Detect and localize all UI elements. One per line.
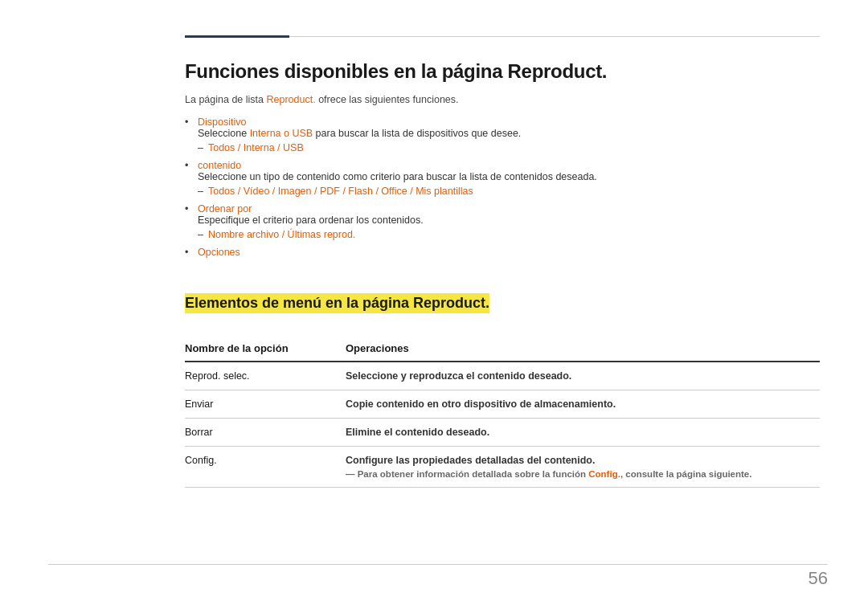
table-header-row: Nombre de la opción Operaciones xyxy=(185,342,820,362)
row-name-enviar: Enviar xyxy=(185,398,346,410)
dispositivo-sub: Todos / Interna / USB xyxy=(198,142,820,153)
section-heading: Elementos de menú en la página Reproduct… xyxy=(185,293,489,313)
dispositivo-label: Dispositivo xyxy=(198,116,246,128)
row-name-borrar: Borrar xyxy=(185,427,346,438)
ordenar-por-label: Ordenar por xyxy=(198,203,252,215)
intro-text-before: La página de lista xyxy=(185,94,264,105)
top-bar xyxy=(185,32,820,38)
top-separator-line xyxy=(289,36,820,37)
list-item-ordenar-por: Ordenar por Especifique el criterio para… xyxy=(185,203,820,240)
bottom-separator-line xyxy=(48,564,828,565)
reproduct-link-intro: Reproduct. xyxy=(266,94,315,105)
ordenar-por-desc: Especifique el criterio para ordenar los… xyxy=(198,215,424,226)
contenido-label: contenido xyxy=(198,160,241,171)
page-title: Funciones disponibles en la página Repro… xyxy=(185,60,820,83)
list-item-contenido: contenido Seleccione un tipo de contenid… xyxy=(185,160,820,197)
row-ops-enviar: Copie contenido en otro dispositivo de a… xyxy=(346,398,820,410)
contenido-sub: Todos / Vídeo / Imagen / PDF / Flash / O… xyxy=(198,186,820,197)
list-item-dispositivo: Dispositivo Seleccione Interna o USB par… xyxy=(185,116,820,153)
intro-text-after: ofrece las siguientes funciones. xyxy=(318,94,458,105)
intro-paragraph: La página de lista Reproduct. ofrece las… xyxy=(185,94,820,105)
ordenar-por-sub: Nombre archivo / Últimas reprod. xyxy=(198,229,820,240)
config-main-text: Configure las propiedades detalladas del… xyxy=(346,455,820,466)
table-row: Borrar Elimine el contenido deseado. xyxy=(185,419,820,447)
menu-table: Nombre de la opción Operaciones Reprod. … xyxy=(185,342,820,488)
table-row: Reprod. selec. Seleccione y reproduzca e… xyxy=(185,362,820,390)
contenido-desc: Seleccione un tipo de contenido como cri… xyxy=(198,171,597,182)
row-ops-borrar: Elimine el contenido deseado. xyxy=(346,427,820,438)
features-list: Dispositivo Seleccione Interna o USB par… xyxy=(185,116,820,258)
list-item-opciones: Opciones xyxy=(185,247,820,258)
col-name-header: Nombre de la opción xyxy=(185,342,346,354)
row-name-reprod-selec: Reprod. selec. xyxy=(185,370,346,382)
table-row: Config. Configure las propiedades detall… xyxy=(185,447,820,488)
table-row: Enviar Copie contenido en otro dispositi… xyxy=(185,390,820,419)
row-ops-reprod-selec: Seleccione y reproduzca el contenido des… xyxy=(346,370,820,382)
opciones-label: Opciones xyxy=(198,247,240,258)
page-number: 56 xyxy=(809,568,828,589)
row-name-config: Config. xyxy=(185,455,346,466)
row-ops-config: Configure las propiedades detalladas del… xyxy=(346,455,820,479)
section-heading-container: Elementos de menú en la página Reproduct… xyxy=(185,274,820,328)
left-accent-bar xyxy=(185,35,289,38)
config-note: — Para obtener información detallada sob… xyxy=(346,469,820,479)
dispositivo-desc: Seleccione Interna o USB para buscar la … xyxy=(198,128,521,139)
col-ops-header: Operaciones xyxy=(346,342,820,354)
